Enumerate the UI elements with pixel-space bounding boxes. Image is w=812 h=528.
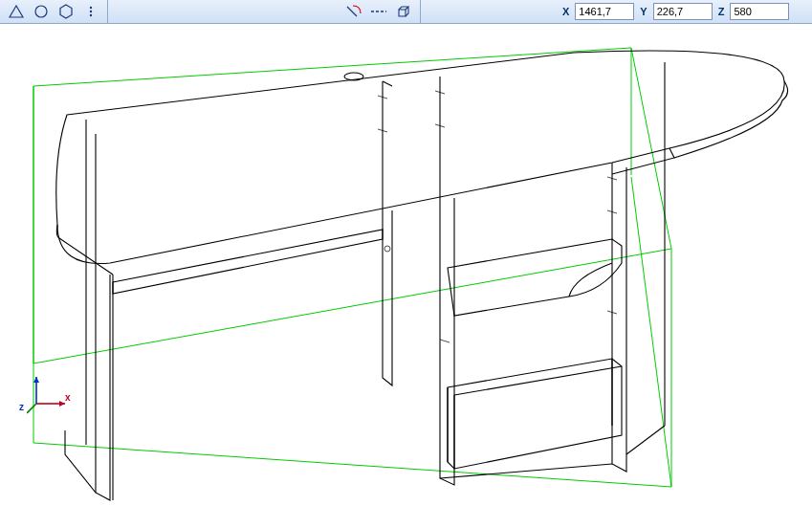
svg-point-0 <box>35 6 47 17</box>
coordinate-readout: X Y Z <box>555 3 797 20</box>
svg-line-19 <box>27 404 36 413</box>
axis-gizmo: x z <box>27 375 71 421</box>
svg-marker-18 <box>33 377 39 383</box>
circle-icon <box>33 4 49 19</box>
coord-y-label: Y <box>640 6 647 17</box>
more-shapes-button[interactable] <box>79 1 102 22</box>
box3d-icon <box>396 4 411 19</box>
svg-point-2 <box>90 11 92 12</box>
triangle-icon <box>9 5 24 18</box>
coord-x-input[interactable] <box>575 3 634 20</box>
box3d-button[interactable] <box>392 1 415 22</box>
shape-tool-group <box>0 0 108 23</box>
svg-point-1 <box>90 7 92 9</box>
top-toolbar: X Y Z <box>0 0 812 24</box>
axis-z-label: z <box>19 402 24 412</box>
hexagon-tool-button[interactable] <box>55 1 77 22</box>
edit-tool-group <box>338 0 421 23</box>
dots-icon <box>86 5 96 18</box>
tangent-arc-button[interactable] <box>342 1 365 22</box>
svg-point-12 <box>384 246 390 252</box>
dashline-button[interactable] <box>367 1 390 22</box>
coord-z-label: Z <box>718 6 725 17</box>
model-canvas <box>0 24 812 528</box>
svg-point-3 <box>90 14 92 16</box>
circle-tool-button[interactable] <box>30 1 53 22</box>
3d-viewport[interactable]: x z <box>0 24 812 528</box>
coord-y-input[interactable] <box>653 3 713 20</box>
hexagon-icon <box>58 4 74 19</box>
dashline-icon <box>370 4 387 19</box>
coord-z-input[interactable] <box>730 3 789 20</box>
svg-line-13 <box>440 340 450 342</box>
coord-x-label: X <box>562 6 569 17</box>
axis-x-label: x <box>65 392 71 403</box>
tangent-arc-icon <box>345 4 362 19</box>
triangle-tool-button[interactable] <box>5 1 28 22</box>
